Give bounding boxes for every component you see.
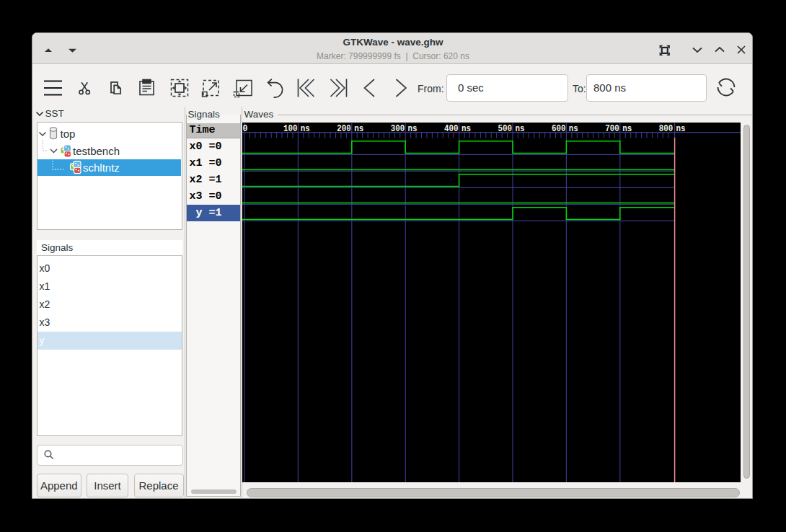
- svg-text:0: 0: [242, 124, 247, 134]
- svg-text:800: 800: [658, 124, 673, 134]
- svg-text:300: 300: [390, 124, 405, 134]
- svg-text:ns: ns: [354, 124, 363, 134]
- svg-text:ns: ns: [622, 124, 632, 134]
- svg-text:400: 400: [444, 124, 459, 134]
- svg-text:ns: ns: [568, 124, 578, 134]
- svg-text:ns: ns: [300, 124, 309, 134]
- svg-text:ns: ns: [676, 124, 685, 134]
- svg-text:ns: ns: [515, 124, 524, 134]
- svg-text:ns: ns: [462, 124, 471, 134]
- svg-text:700: 700: [605, 124, 619, 134]
- svg-text:ns: ns: [407, 124, 417, 134]
- svg-text:600: 600: [552, 124, 566, 134]
- svg-text:200: 200: [337, 124, 351, 134]
- svg-text:100: 100: [283, 124, 298, 134]
- svg-text:500: 500: [498, 124, 512, 134]
